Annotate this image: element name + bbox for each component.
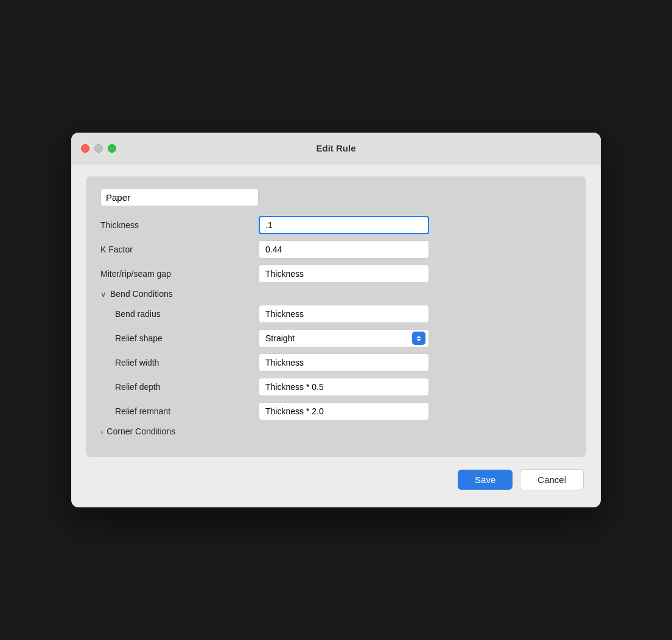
bend-conditions-header[interactable]: ∨ Bend Conditions <box>100 289 572 299</box>
corner-conditions-header[interactable]: › Corner Conditions <box>100 426 572 436</box>
bend-radius-input[interactable] <box>259 305 429 323</box>
maximize-button[interactable] <box>108 144 116 153</box>
k-factor-label: K Factor <box>100 245 259 254</box>
relief-width-input[interactable] <box>259 353 429 372</box>
k-factor-row: K Factor <box>100 240 572 259</box>
miter-row: Miter/rip/seam gap <box>100 265 572 283</box>
relief-shape-wrapper: Straight Rectangular Round <box>259 329 429 347</box>
corner-conditions-chevron[interactable]: › <box>100 427 103 436</box>
relief-remnant-row: Relief remnant <box>100 402 572 420</box>
thickness-row: Thickness <box>100 216 572 234</box>
relief-depth-input[interactable] <box>259 378 429 396</box>
relief-shape-label: Relief shape <box>115 333 259 343</box>
window-title: Edit Rule <box>316 143 355 153</box>
thickness-input[interactable] <box>259 216 429 234</box>
bend-radius-row: Bend radius <box>100 305 572 323</box>
content-panel: Thickness K Factor Miter/rip/seam gap ∨ … <box>86 176 586 457</box>
edit-rule-window: Edit Rule Thickness K Factor Miter/rip/s… <box>71 133 601 507</box>
traffic-lights <box>81 144 116 153</box>
relief-shape-select[interactable]: Straight Rectangular Round <box>259 329 429 347</box>
titlebar: Edit Rule <box>71 133 601 164</box>
minimize-button[interactable] <box>94 144 103 153</box>
corner-conditions-title: Corner Conditions <box>107 426 175 436</box>
bend-conditions-chevron[interactable]: ∨ <box>100 290 107 299</box>
cancel-button[interactable]: Cancel <box>520 469 584 490</box>
close-button[interactable] <box>81 144 89 153</box>
thickness-label: Thickness <box>100 220 259 230</box>
relief-depth-row: Relief depth <box>100 378 572 396</box>
relief-width-row: Relief width <box>100 353 572 372</box>
footer: Save Cancel <box>86 469 586 490</box>
k-factor-input[interactable] <box>259 240 429 259</box>
bend-conditions-title: Bend Conditions <box>110 289 173 299</box>
save-button[interactable]: Save <box>458 470 513 490</box>
relief-shape-row: Relief shape Straight Rectangular Round <box>100 329 572 347</box>
relief-remnant-input[interactable] <box>259 402 429 420</box>
relief-width-label: Relief width <box>115 358 259 367</box>
rule-name-input[interactable] <box>100 189 259 206</box>
bend-radius-label: Bend radius <box>115 309 259 319</box>
window-body: Thickness K Factor Miter/rip/seam gap ∨ … <box>71 164 601 507</box>
relief-depth-label: Relief depth <box>115 382 259 392</box>
miter-label: Miter/rip/seam gap <box>100 269 259 279</box>
miter-input[interactable] <box>259 265 429 283</box>
relief-remnant-label: Relief remnant <box>115 406 259 416</box>
